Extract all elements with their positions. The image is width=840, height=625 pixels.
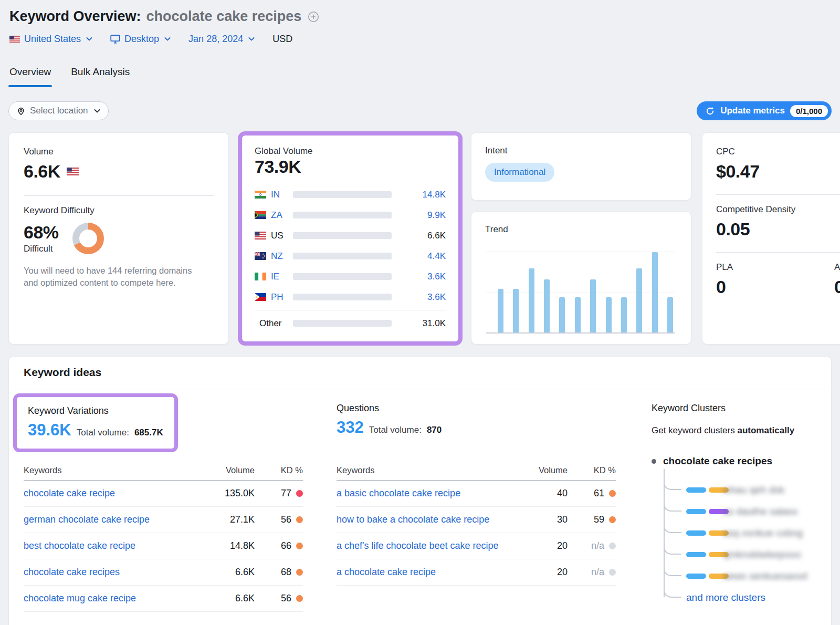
card-divider [716,252,840,253]
cluster-pill-blue [686,552,706,557]
keyword-link[interactable]: a chocolate cake recipe [337,565,503,579]
keyword-link[interactable]: chocolate cake recipe [24,486,191,500]
kd-dot [609,543,616,549]
cpc-label: CPC [716,147,840,157]
trend-bar [636,268,642,332]
kd-cell: n/a [568,540,616,551]
cluster-keyword-blurred: as dauthe salasx [723,506,798,517]
volume-cell: 6.6K [197,593,255,604]
cluster-pills [686,530,729,536]
intent-badge[interactable]: Informational [485,163,554,182]
ads-block: Ads 0 [834,262,840,297]
country-code-label: US [271,231,293,241]
tab-bulk-analysis[interactable]: Bulk Analysis [71,66,130,87]
table-row: best chocolate cake recipe 14.8K 66 [24,533,303,559]
trend-bar [513,289,519,332]
trend-bar [544,279,550,332]
trend-card: Trend [471,211,691,345]
chevron-down-icon [94,109,100,113]
trend-bar [529,268,534,332]
cluster-pills [686,509,729,514]
pla-label: PLA [716,262,840,273]
global-volume-label: Global Volume [255,146,446,157]
kd-cell: 59 [568,514,616,525]
keyword-link[interactable]: a chef's life chocolate beet cake recipe [337,539,503,553]
keyword-link[interactable]: chocolate cake recipes [24,565,191,579]
cluster-root-label: chocolate cake recipes [663,455,772,467]
country-code-link[interactable]: NZ [271,251,293,262]
keyword-difficulty-note: You will need to have 144 referring doma… [24,265,207,289]
cluster-keyword-blurred: aews senkuesaxxd [723,570,807,582]
keyword-link[interactable]: best chocolate cake recipe [24,539,191,553]
location-pin-icon [17,107,25,116]
other-label: Other [259,318,293,329]
filter-bar: United States Desktop Jan 28, 2024 USD [9,34,292,45]
us-flag-icon [255,232,266,239]
questions-count[interactable]: 332 [337,418,364,437]
kd-dot [296,516,303,523]
keyword-difficulty-value: 68% [24,222,59,243]
currency-label: USD [272,34,292,45]
kd-dot [296,543,303,549]
kd-cell: 77 [255,488,303,499]
pla-value: 0 [716,277,840,297]
trend-chart [486,252,675,332]
chevron-down-icon [248,37,255,41]
page-title-label: Keyword Overview: [9,8,141,25]
country-code-link[interactable]: IE [271,272,293,282]
country-row-in: IN 14.8K [255,184,446,205]
keyword-clusters-subtitle: Get keyword clusters automatically [652,425,794,436]
country-row-us: US 6.6K [255,225,446,246]
country-code-link[interactable]: IN [271,190,293,200]
col-kd: KD % [255,465,303,475]
update-metrics-count-badge: 0/1,000 [790,105,828,117]
keyword-variations-count[interactable]: 39.6K [28,421,71,440]
volume-card: Volume 6.6K Keyword Difficulty 68% Diffi… [8,132,229,345]
kd-dot [296,569,303,576]
page-title: Keyword Overview: chocolate cake recipes [9,8,319,25]
table-row: chocolate mug cake recipe 6.6K 56 [24,586,303,612]
more-clusters-link[interactable]: and more clusters [686,592,765,603]
volume-cell: 27.1K [197,514,255,525]
ads-label: Ads [834,262,840,273]
location-filter[interactable]: United States [9,34,92,45]
update-metrics-button[interactable]: Update metrics 0/1,000 [697,101,832,120]
country-code-link[interactable]: ZA [271,210,293,221]
device-filter[interactable]: Desktop [110,34,171,45]
country-row-ie: IE 3.6K [255,266,446,287]
add-keyword-icon[interactable] [308,11,319,23]
select-location-button[interactable]: Select location [8,101,109,120]
date-filter[interactable]: Jan 28, 2024 [188,34,255,45]
volume-cell: 20 [510,567,568,578]
south-africa-flag-icon [255,211,266,219]
cluster-keyword-blurred: qmknxklwlwqxsxc [723,549,802,560]
intent-card: Intent Informational [471,132,691,201]
competitive-density-label: Competitive Density [716,204,840,215]
trend-bar [559,297,565,332]
chevron-down-icon [86,37,92,41]
ireland-flag-icon [255,273,266,280]
country-volume-bar [293,294,392,300]
tree-elbow [664,538,681,555]
tree-elbow [664,581,681,598]
global-volume-country-list: IN 14.8K ZA 9.9K US 6.6K NZ 4.4K [255,184,446,334]
kd-cell: 56 [255,514,303,525]
card-divider [716,194,840,195]
keyword-link[interactable]: chocolate mug cake recipe [24,591,191,605]
country-volume-value: 9.9K [427,210,446,221]
kd-dot [609,516,616,523]
cpc-card: CPC $0.47 Competitive Density 0.05 PLA 0… [702,132,840,345]
keyword-link[interactable]: german chocolate cake recipe [24,513,191,526]
global-volume-highlight-box: Global Volume 73.9K IN 14.8K ZA 9.9K US … [238,131,463,346]
country-volume-bar [293,191,392,198]
country-code-link[interactable]: PH [271,292,293,303]
keyword-link[interactable]: a basic chocolate cake recipe [337,486,503,500]
table-header: Keywords Volume KD % [24,461,303,481]
cluster-item-more: and more clusters [652,587,825,608]
keyword-ideas-card: Keyword ideas Keyword Variations 39.6K T… [8,356,832,625]
tab-overview[interactable]: Overview [9,66,51,87]
keyword-link[interactable]: how to bake a chocolate cake recipe [337,513,503,526]
chevron-down-icon [164,37,171,41]
volume-value: 6.6K [24,161,60,182]
ads-value: 0 [834,277,840,297]
